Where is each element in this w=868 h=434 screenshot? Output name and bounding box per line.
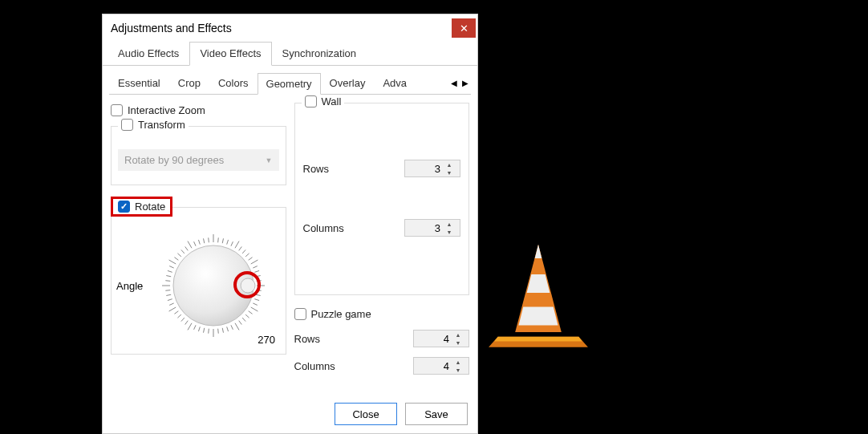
svg-marker-62	[494, 337, 582, 342]
svg-line-4	[253, 303, 257, 305]
subtab-crop[interactable]: Crop	[169, 72, 209, 94]
svg-line-28	[166, 294, 171, 295]
puzzle-rows-down-icon[interactable]: ▼	[452, 339, 464, 347]
wall-rows-down-icon[interactable]: ▼	[444, 168, 455, 176]
dialog-buttons: Close Save	[103, 395, 477, 433]
svg-line-46	[218, 237, 219, 242]
svg-line-12	[227, 327, 229, 331]
svg-line-52	[242, 249, 245, 253]
svg-line-54	[249, 258, 253, 261]
transform-checkbox[interactable]	[121, 119, 133, 131]
puzzle-cols-up-icon[interactable]: ▲	[452, 358, 464, 366]
svg-line-48	[227, 240, 229, 245]
puzzle-rows-input[interactable]	[414, 333, 452, 345]
svg-line-44	[209, 237, 209, 242]
subtab-next-icon[interactable]: ▶	[460, 75, 471, 91]
wall-group: Wall Rows ▲ ▼ Columns	[294, 103, 470, 295]
svg-marker-64	[535, 245, 542, 258]
svg-line-1	[257, 290, 262, 291]
puzzle-group: Puzzle game Rows ▲ ▼ Columns	[294, 308, 470, 379]
svg-line-8	[242, 318, 245, 321]
svg-line-34	[169, 266, 173, 268]
svg-line-32	[166, 276, 171, 277]
puzzle-cols-down-icon[interactable]: ▼	[452, 366, 464, 374]
tab-synchronization[interactable]: Synchronization	[272, 42, 367, 65]
svg-line-33	[168, 270, 172, 272]
svg-line-13	[222, 328, 223, 333]
interactive-zoom-row: Interactive Zoom	[111, 103, 286, 118]
wall-rows-spinner[interactable]: ▲ ▼	[404, 160, 460, 177]
subtab-advanced[interactable]: Adva	[374, 72, 416, 94]
angle-dial[interactable]: 270	[153, 225, 274, 346]
subtab-overlay[interactable]: Overlay	[321, 72, 375, 94]
main-tabs: Audio Effects Video Effects Synchronizat…	[103, 42, 477, 66]
svg-line-7	[245, 314, 249, 318]
wall-cols-up-icon[interactable]: ▲	[444, 220, 455, 228]
puzzle-label: Puzzle game	[311, 308, 371, 320]
wall-cols-input[interactable]	[405, 222, 444, 234]
wall-rows-input[interactable]	[405, 163, 444, 175]
rotate-header-highlight: Rotate	[111, 197, 172, 217]
svg-line-18	[198, 327, 200, 331]
svg-line-24	[174, 311, 178, 314]
transform-label: Transform	[138, 119, 185, 131]
close-button[interactable]: Close	[335, 403, 397, 425]
svg-line-3	[254, 299, 259, 301]
svg-line-20	[188, 323, 192, 331]
puzzle-cols-input[interactable]	[414, 360, 452, 372]
transform-dropdown[interactable]: Rotate by 90 degrees ▼	[118, 149, 279, 171]
geometry-panel: Interactive Zoom Transform Rotate by 90 …	[103, 95, 477, 395]
svg-line-55	[251, 260, 258, 264]
svg-line-10	[235, 323, 239, 331]
subtab-prev-icon[interactable]: ◀	[448, 75, 460, 91]
vlc-cone-icon	[481, 237, 596, 353]
svg-line-5	[251, 307, 258, 311]
svg-marker-66	[519, 306, 558, 325]
dial-indicator	[241, 278, 255, 293]
wall-cols-down-icon[interactable]: ▼	[444, 228, 455, 236]
svg-line-56	[253, 266, 257, 268]
wall-cols-label: Columns	[303, 222, 344, 234]
rotate-label: Rotate	[135, 201, 165, 213]
subtab-essential[interactable]: Essential	[109, 72, 169, 94]
svg-line-49	[231, 241, 233, 245]
tab-video-effects[interactable]: Video Effects	[189, 42, 271, 66]
svg-line-26	[169, 303, 173, 305]
save-button[interactable]: Save	[405, 403, 468, 425]
subtab-geometry[interactable]: Geometry	[258, 73, 321, 95]
svg-line-2	[256, 294, 261, 295]
svg-line-40	[188, 241, 192, 249]
tab-audio-effects[interactable]: Audio Effects	[107, 42, 189, 65]
svg-line-38	[181, 249, 185, 253]
svg-line-42	[198, 240, 200, 245]
svg-line-14	[218, 329, 219, 334]
interactive-zoom-label: Interactive Zoom	[128, 104, 205, 116]
puzzle-checkbox[interactable]	[294, 308, 306, 320]
svg-line-6	[249, 311, 253, 314]
svg-line-50	[235, 241, 239, 249]
svg-line-16	[209, 329, 209, 334]
close-icon[interactable]: ✕	[452, 18, 476, 38]
svg-line-23	[177, 314, 180, 318]
rotate-checkbox[interactable]	[118, 201, 130, 213]
wall-checkbox[interactable]	[305, 95, 317, 107]
svg-line-19	[194, 325, 196, 329]
svg-line-27	[168, 299, 172, 301]
interactive-zoom-checkbox[interactable]	[111, 104, 123, 116]
puzzle-cols-spinner[interactable]: ▲ ▼	[413, 357, 469, 375]
svg-line-57	[254, 270, 259, 272]
puzzle-rows-up-icon[interactable]: ▲	[452, 331, 464, 339]
svg-line-43	[204, 238, 205, 243]
puzzle-rows-label: Rows	[294, 333, 321, 345]
subtab-colors[interactable]: Colors	[209, 72, 258, 94]
svg-line-35	[169, 260, 176, 264]
angle-value: 270	[258, 334, 275, 346]
transform-dropdown-value: Rotate by 90 degrees	[124, 154, 224, 166]
puzzle-rows-spinner[interactable]: ▲ ▼	[413, 330, 469, 347]
wall-cols-spinner[interactable]: ▲ ▼	[404, 219, 460, 237]
wall-rows-up-icon[interactable]: ▲	[444, 160, 455, 168]
svg-line-59	[257, 281, 262, 282]
svg-line-39	[185, 246, 189, 250]
svg-line-37	[177, 254, 180, 257]
svg-line-21	[185, 321, 189, 325]
